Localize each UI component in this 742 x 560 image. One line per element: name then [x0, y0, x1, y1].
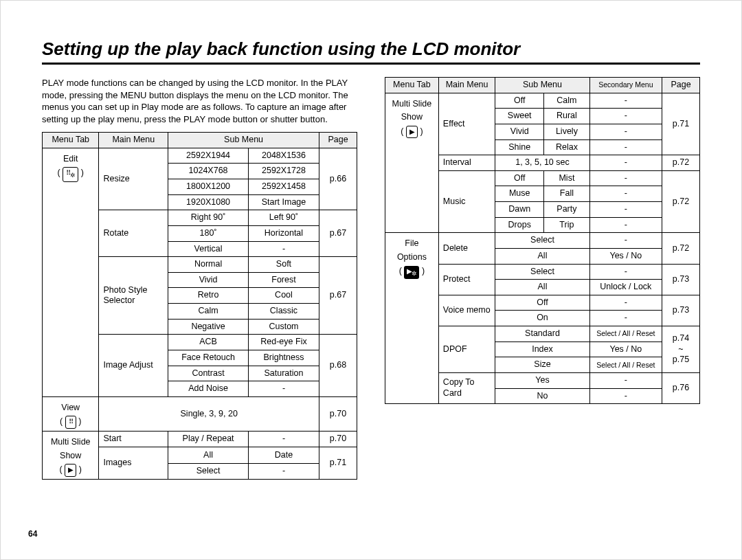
cell: 1920X1080 [168, 194, 249, 210]
page-ref: p.67 [319, 257, 357, 335]
cell: - [589, 124, 662, 139]
cell: Cool [248, 288, 319, 304]
cell: Classic [248, 304, 319, 320]
page-ref: p.66 [319, 148, 357, 210]
cell: - [589, 217, 662, 233]
edit-label: Edit [46, 154, 95, 165]
cell: All [168, 447, 249, 464]
cell: - [589, 372, 662, 388]
cell: Shine [495, 139, 544, 155]
cell: - [248, 241, 319, 257]
intro-text: PLAY mode functions can be changed by us… [42, 77, 357, 125]
cell: Left 90˚ [248, 210, 319, 226]
cell: Right 90˚ [168, 210, 249, 226]
cell: Drops [495, 217, 544, 233]
cell: Relax [544, 139, 590, 155]
cell: Off [495, 93, 544, 109]
cell: - [248, 464, 319, 480]
cell: Retro [168, 288, 249, 304]
cell: Off [495, 295, 589, 311]
fo-label-2: Options [389, 252, 435, 263]
cell: Vivid [495, 124, 544, 139]
cell: Unlock / Lock [589, 280, 662, 295]
cell: - [589, 170, 662, 186]
page-ref: p.70 [319, 431, 357, 447]
header-secondary: Secondary Menu [589, 78, 662, 93]
header-page: Page [662, 78, 700, 93]
menutab-multislideshow-2: Multi Slide Show ( ▶ ) [385, 93, 439, 233]
mainmenu-music: Music [438, 170, 495, 233]
menu-table-right: Menu Tab Main Menu Sub Menu Secondary Me… [385, 77, 700, 404]
view-label: View [46, 403, 95, 414]
page-ref: p.76 [662, 372, 700, 403]
cell: 2592X1458 [248, 179, 319, 195]
menutab-edit: Edit ( ⠿✲ ) [43, 148, 99, 396]
cell: Saturation [248, 366, 319, 381]
cell: - [589, 93, 662, 109]
right-column: Menu Tab Main Menu Sub Menu Secondary Me… [385, 77, 700, 480]
cell: Yes / No [589, 341, 662, 357]
mainmenu-imageadjust: Image Adjust [99, 335, 168, 397]
cell: Custom [248, 319, 319, 335]
mainmenu-dpof: DPOF [438, 326, 495, 373]
cell: - [589, 139, 662, 155]
mss-label-2: Show [46, 451, 95, 462]
page-ref: p.72 [662, 233, 700, 264]
cell: Date [248, 447, 319, 464]
cell: All [495, 280, 589, 295]
header-page: Page [319, 133, 357, 148]
cell: Yes / No [589, 248, 662, 264]
cell: Select [495, 233, 589, 249]
page-ref: p.67 [319, 210, 357, 257]
cell: Add Noise [168, 381, 249, 397]
cell: Rural [544, 109, 590, 124]
cell: All [495, 248, 589, 264]
cell: ACB [168, 335, 249, 350]
cell: Dawn [495, 202, 544, 218]
mss2-label-2: Show [389, 112, 435, 123]
mainmenu-delete: Delete [438, 233, 495, 264]
table-header-row: Menu Tab Main Menu Sub Menu Page [43, 133, 357, 148]
cell: Brightness [248, 350, 319, 366]
mainmenu-voicememo: Voice memo [438, 295, 495, 326]
cell: 1, 3, 5, 10 sec [495, 155, 589, 171]
cell: Index [495, 341, 589, 357]
page-ref: p.72 [662, 170, 700, 233]
edit-icon: ⠿✲ [63, 167, 78, 181]
cell: Horizontal [248, 225, 319, 241]
cell: - [589, 264, 662, 280]
cell: Mist [544, 170, 590, 186]
columns: PLAY mode functions can be changed by us… [42, 77, 700, 480]
cell: No [495, 388, 589, 404]
mss2-label-1: Multi Slide [389, 99, 435, 110]
cell: On [495, 311, 589, 326]
cell: 2592X1728 [248, 164, 319, 179]
menutab-fileoptions: File Options ( ▶✲ ) [385, 233, 439, 404]
left-column: PLAY mode functions can be changed by us… [42, 77, 357, 480]
page-ref: p.72 [662, 155, 700, 171]
cell: Lively [544, 124, 590, 139]
page-ref: p.70 [319, 396, 357, 431]
cell: - [248, 381, 319, 397]
view-icon: ⠿ [65, 416, 76, 429]
cell: - [589, 202, 662, 218]
cell: - [589, 155, 662, 171]
page-ref: p.71 [662, 93, 700, 155]
mainmenu-effect: Effect [438, 93, 495, 155]
cell: Calm [544, 93, 590, 109]
cell: - [589, 109, 662, 124]
cell: Fall [544, 186, 590, 202]
cell: 2592X1944 [168, 148, 249, 164]
cell: Forest [248, 272, 319, 288]
cell: 2048X1536 [248, 148, 319, 164]
cell: Select / All / Reset [589, 326, 662, 342]
cell: Select [168, 464, 249, 480]
view-submenu: Single, 3, 9, 20 [99, 396, 319, 431]
page-ref: p.71 [319, 447, 357, 479]
fo-label-1: File [389, 238, 435, 249]
mainmenu-images: Images [99, 447, 168, 479]
mainmenu-copytocard: Copy To Card [438, 372, 495, 403]
page-ref: p.74 ~ p.75 [662, 326, 700, 373]
cell: Sweet [495, 109, 544, 124]
cell: Party [544, 202, 590, 218]
